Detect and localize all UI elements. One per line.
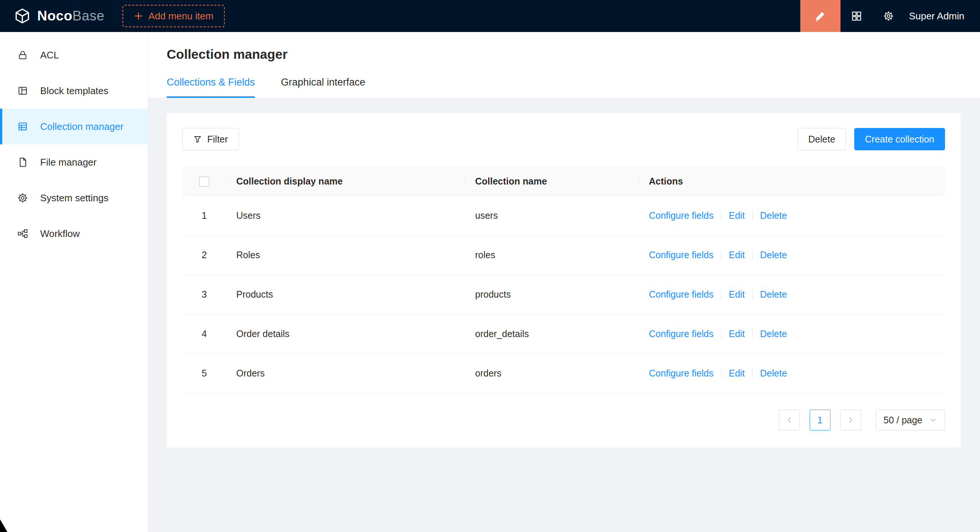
cell-collection-name: users <box>465 196 639 235</box>
cell-collection-name: order_details <box>465 314 639 354</box>
edit-link[interactable]: Edit <box>729 368 745 378</box>
sidebar-item-label: System settings <box>40 192 109 204</box>
cell-display-name: Order details <box>226 314 465 354</box>
plus-icon <box>134 11 143 21</box>
cell-display-name: Users <box>226 196 465 235</box>
highlighter-icon <box>815 10 826 22</box>
configure-fields-link[interactable]: Configure fields <box>649 289 714 300</box>
row-index: 4 <box>182 314 226 354</box>
add-menu-item-button[interactable]: Add menu item <box>123 5 225 27</box>
gear-icon <box>17 192 28 203</box>
cell-display-name: Orders <box>226 354 465 393</box>
cell-actions: Configure fieldsEditDelete <box>639 275 945 314</box>
sidebar-item-label: Workflow <box>40 228 80 240</box>
configure-fields-link[interactable]: Configure fields <box>649 249 714 260</box>
page-title: Collection manager <box>167 47 980 62</box>
file-icon <box>17 157 28 168</box>
filter-button[interactable]: Filter <box>182 128 239 150</box>
layout-icon <box>17 85 28 96</box>
pagination: 1 50 / page <box>182 410 945 434</box>
sidebar: ACL Block templates Collection manager F… <box>0 32 148 532</box>
sidebar-item-collection-manager[interactable]: Collection manager <box>0 109 148 145</box>
system-settings-button[interactable] <box>872 0 904 32</box>
main-content: Collection manager Collections & Fields … <box>148 32 980 532</box>
delete-link[interactable]: Delete <box>760 329 787 339</box>
table-row: 5 Orders orders Configure fieldsEditDele… <box>182 354 945 393</box>
delete-link[interactable]: Delete <box>760 249 787 260</box>
delete-link[interactable]: Delete <box>760 210 787 221</box>
prev-page-button[interactable] <box>779 410 800 430</box>
gear-icon <box>883 10 894 22</box>
collections-card: Filter Delete Create collection Collecti… <box>167 113 961 448</box>
column-header-display-name: Collection display name <box>226 167 465 196</box>
sidebar-item-workflow[interactable]: Workflow <box>0 216 148 251</box>
sidebar-item-label: ACL <box>40 49 59 61</box>
page-size-value: 50 / page <box>884 415 922 426</box>
cell-collection-name: products <box>465 275 639 314</box>
row-index: 5 <box>182 354 226 393</box>
edit-link[interactable]: Edit <box>729 249 745 260</box>
table-header-row: Collection display name Collection name … <box>182 167 945 196</box>
current-user[interactable]: Super Admin <box>909 10 964 22</box>
logo: NocoBase <box>0 8 105 24</box>
collections-table: Collection display name Collection name … <box>182 167 945 393</box>
tab-collections-fields[interactable]: Collections & Fields <box>167 71 255 98</box>
row-index: 2 <box>182 235 226 275</box>
sidebar-item-acl[interactable]: ACL <box>0 37 148 73</box>
page-header: Collection manager Collections & Fields … <box>148 32 980 98</box>
divider <box>721 329 721 338</box>
divider <box>721 211 721 220</box>
cell-actions: Configure fieldsEditDelete <box>639 196 945 235</box>
card-toolbar: Filter Delete Create collection <box>182 128 945 150</box>
nocobase-logo-icon <box>14 8 30 24</box>
column-header-actions: Actions <box>639 167 945 196</box>
tab-graphical-interface[interactable]: Graphical interface <box>281 71 365 98</box>
top-header: NocoBase Add menu item Super Admin <box>0 0 980 32</box>
cell-actions: Configure fieldsEditDelete <box>639 314 945 354</box>
page-number-button[interactable]: 1 <box>810 410 830 430</box>
select-all-checkbox[interactable] <box>199 176 210 187</box>
row-index: 1 <box>182 196 226 235</box>
configure-fields-link[interactable]: Configure fields <box>649 210 714 221</box>
edit-link[interactable]: Edit <box>729 210 745 221</box>
divider <box>752 289 752 299</box>
table-row: 2 Roles roles Configure fieldsEditDelete <box>182 235 945 275</box>
cursor-artifact <box>0 519 8 532</box>
divider <box>752 368 752 378</box>
brand-bold: Noco <box>37 8 73 24</box>
divider <box>721 250 721 260</box>
sidebar-item-system-settings[interactable]: System settings <box>0 180 148 216</box>
divider <box>752 250 752 260</box>
table-row: 1 Users users Configure fieldsEditDelete <box>182 196 945 235</box>
cell-display-name: Products <box>226 275 465 314</box>
delete-button[interactable]: Delete <box>798 128 846 150</box>
cell-display-name: Roles <box>226 235 465 275</box>
collections-icon <box>17 121 28 132</box>
app: NocoBase Add menu item Super Admin ACL <box>0 0 980 532</box>
plugins-button[interactable] <box>840 0 872 32</box>
next-page-button[interactable] <box>840 410 861 430</box>
edit-link[interactable]: Edit <box>729 329 745 339</box>
sidebar-item-label: Collection manager <box>40 121 124 132</box>
table-row: 3 Products products Configure fieldsEdit… <box>182 275 945 314</box>
delete-link[interactable]: Delete <box>760 289 787 300</box>
chevron-right-icon <box>846 416 854 424</box>
header-right: Super Admin <box>800 0 980 32</box>
workflow-icon <box>17 228 28 239</box>
delete-link[interactable]: Delete <box>760 368 787 378</box>
page-size-select[interactable]: 50 / page <box>876 410 945 430</box>
configure-fields-link[interactable]: Configure fields <box>649 329 714 339</box>
content-area: Filter Delete Create collection Collecti… <box>148 98 980 532</box>
edit-link[interactable]: Edit <box>729 289 745 300</box>
sidebar-item-file-manager[interactable]: File manager <box>0 145 148 180</box>
sidebar-item-label: File manager <box>40 157 97 168</box>
sidebar-item-block-templates[interactable]: Block templates <box>0 73 148 109</box>
lock-icon <box>17 49 28 60</box>
filter-label: Filter <box>207 134 228 145</box>
configure-fields-link[interactable]: Configure fields <box>649 368 714 378</box>
filter-icon <box>193 135 202 144</box>
grid-icon <box>851 10 862 22</box>
column-header-collection-name: Collection name <box>465 167 639 196</box>
create-collection-button[interactable]: Create collection <box>854 128 945 150</box>
ui-editor-button[interactable] <box>800 0 840 32</box>
